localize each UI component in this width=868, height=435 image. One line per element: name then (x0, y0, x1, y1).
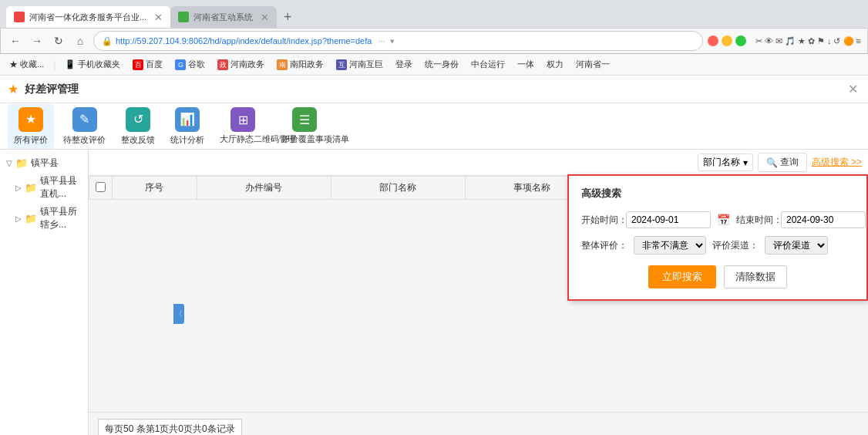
browser-actions: ✂ 👁 ✉ 🎵 ★ ✿ ⚑ ↓ ↺ 🟠 ≡ (708, 35, 861, 46)
start-time-input[interactable] (626, 211, 711, 228)
toolbar-all-eval[interactable]: ★ 所有评价 (8, 104, 54, 149)
main-content: ▽ 📁 镇平县 ▷ 📁 镇平县县直机... ▷ 📁 镇平县所辖乡... 部门名称 (0, 150, 868, 435)
scroll-tab[interactable]: 〈 (173, 304, 184, 324)
feedback-label: 整改反馈 (121, 134, 155, 146)
eval-channel-label: 评价渠道： (712, 239, 759, 252)
expand-icon-2: ▷ (15, 214, 22, 223)
table-area: 部门名称 ▾ 🔍 查询 高级搜索 >> 序号 办件编号 (89, 150, 868, 435)
sidebar-item-2[interactable]: ▷ 📁 镇平县所辖乡... (0, 203, 88, 234)
tab-inactive[interactable]: 河南省互动系统 ✕ (170, 6, 277, 28)
folder-icon-root: 📁 (15, 157, 28, 169)
bookmark-nanyang[interactable]: 南 南阳政务 (274, 57, 327, 72)
bookmark-henan[interactable]: 政 河南政务 (214, 57, 267, 72)
pagination-info: 每页50 条第1页共0页共0条记录 (98, 419, 242, 435)
bookmark-zhongtai[interactable]: 中台运行 (468, 57, 508, 72)
sidebar-item-label-2: 镇平县所辖乡... (40, 205, 82, 231)
dept-select-label: 部门名称 (703, 156, 740, 169)
toolbar: ★ 所有评价 ✎ 待整改评价 ↺ 整改反馈 📊 统计分析 ⊞ 大厅静态二维码管理… (0, 103, 868, 150)
start-time-label: 开始时间： (581, 214, 620, 227)
tab-close-1[interactable]: ✕ (154, 12, 163, 23)
new-tab-button[interactable]: + (277, 6, 298, 28)
bookmark-google[interactable]: G 谷歌 (172, 57, 208, 72)
all-eval-icon: ★ (19, 107, 43, 132)
sidebar-item-1[interactable]: ▷ 📁 镇平县县直机... (0, 172, 88, 203)
dept-dropdown-icon: ▾ (743, 157, 748, 168)
coverage-label: 评价覆盖事项清单 (281, 134, 328, 144)
bookmark-mobile[interactable]: 📱 手机收藏夹 (62, 57, 123, 72)
bookmark-login[interactable]: 登录 (392, 57, 415, 72)
app-title-bar: ★ 好差评管理 ✕ (0, 76, 868, 103)
search-button[interactable]: 🔍 查询 (758, 153, 807, 172)
bookmarks-bar: ★ 收藏... | 📱 手机收藏夹 百 百度 G 谷歌 政 河南政务 南 南阳政… (0, 54, 868, 76)
end-time-label: 结束时间： (736, 214, 775, 227)
panel-buttons: 立即搜索 清除数据 (581, 265, 854, 288)
tab-favicon-2 (178, 12, 189, 22)
tab-favicon-1 (14, 12, 25, 22)
select-all-checkbox[interactable] (96, 182, 106, 192)
dept-select[interactable]: 部门名称 ▾ (698, 153, 753, 171)
sidebar-item-root[interactable]: ▽ 📁 镇平县 (0, 154, 88, 172)
url-text: http://59.207.104.9:8062/hd/app/index/de… (116, 36, 372, 46)
end-time-input[interactable] (781, 211, 866, 228)
toolbar-stats[interactable]: 📊 统计分析 (164, 104, 210, 149)
bookmark-yiti[interactable]: 一体 (514, 57, 537, 72)
expand-icon-root: ▽ (6, 159, 12, 167)
toolbar-qrcode[interactable]: ⊞ 大厅静态二维码管理 (214, 104, 272, 147)
tab-active[interactable]: 河南省一体化政务服务平台业... ✕ (6, 6, 170, 28)
bookmark-baidu[interactable]: 百 百度 (130, 57, 166, 72)
tab-bar: 河南省一体化政务服务平台业... ✕ 河南省互动系统 ✕ + (0, 0, 868, 28)
stats-label: 统计分析 (170, 134, 204, 146)
tab-close-2[interactable]: ✕ (261, 12, 269, 23)
qrcode-icon: ⊞ (230, 107, 255, 132)
toolbar-feedback[interactable]: ↺ 整改反馈 (115, 104, 161, 149)
date-row: 开始时间： 📅 结束时间： 📅 (581, 211, 854, 228)
eval-channel-select[interactable]: 评价渠道 网上办理 窗口办理 自助终端 (765, 236, 828, 255)
col-seq: 序号 (113, 177, 197, 200)
start-calendar-icon[interactable]: 📅 (717, 214, 730, 226)
bookmark-henanhu[interactable]: 互 河南互巨 (333, 57, 386, 72)
back-button[interactable]: ← (7, 32, 24, 49)
bookmark-unified[interactable]: 统一身份 (422, 57, 462, 72)
expand-icon-1: ▷ (15, 184, 22, 192)
search-icon: 🔍 (766, 157, 778, 168)
folder-icon-2: 📁 (25, 213, 37, 224)
url-box[interactable]: 🔒 http://59.207.104.9:8062/hd/app/index/… (93, 31, 703, 51)
eval-row: 整体评价： 非常不满意 不满意 一般 满意 非常满意 评价渠道： 评价渠道 网上… (581, 236, 854, 255)
col-checkbox (89, 177, 113, 200)
pending-eval-icon: ✎ (72, 107, 97, 132)
win-max-btn[interactable] (735, 35, 746, 46)
overall-eval-select[interactable]: 非常不满意 不满意 一般 满意 非常满意 (634, 236, 706, 255)
bookmark-quanli[interactable]: 权力 (543, 57, 567, 72)
toolbar-coverage[interactable]: ☰ 评价覆盖事项清单 (275, 104, 334, 147)
app-close-button[interactable]: ✕ (845, 82, 860, 97)
sidebar-item-label-1: 镇平县县直机... (40, 174, 82, 201)
pagination-bar: 每页50 条第1页共0页共0条记录 (89, 412, 868, 435)
search-btn-label: 查询 (780, 156, 799, 169)
url-dots: ··· (378, 36, 385, 46)
bookmark-henansheng[interactable]: 河南省一 (573, 57, 613, 72)
home-button[interactable]: ⌂ (72, 32, 89, 49)
app-title: 好差评管理 (25, 83, 839, 96)
toolbar-pending-eval[interactable]: ✎ 待整改评价 (57, 104, 112, 149)
secure-icon: 🔒 (102, 36, 113, 46)
sidebar-root-label: 镇平县 (31, 157, 59, 170)
tab-label-1: 河南省一体化政务服务平台业... (29, 12, 146, 23)
sidebar: ▽ 📁 镇平县 ▷ 📁 镇平县县直机... ▷ 📁 镇平县所辖乡... (0, 150, 89, 435)
qrcode-label: 大厅静态二维码管理 (220, 134, 266, 144)
url-dropdown[interactable]: ▾ (390, 36, 395, 46)
stats-icon: 📊 (175, 107, 200, 132)
advanced-search-link[interactable]: 高级搜索 >> (812, 156, 862, 169)
panel-title: 高级搜索 (581, 187, 854, 201)
forward-button[interactable]: → (29, 32, 45, 49)
reload-button[interactable]: ↻ (50, 32, 67, 49)
search-now-button[interactable]: 立即搜索 (648, 265, 716, 288)
clear-data-button[interactable]: 清除数据 (724, 265, 787, 288)
feedback-icon: ↺ (126, 107, 150, 132)
win-min-btn[interactable] (722, 35, 732, 46)
extensions-area: ✂ 👁 ✉ 🎵 ★ ✿ ⚑ ↓ ↺ 🟠 ≡ (755, 36, 861, 46)
browser-chrome: 河南省一体化政务服务平台业... ✕ 河南省互动系统 ✕ + ← → ↻ ⌂ 🔒… (0, 0, 868, 76)
pending-eval-label: 待整改评价 (63, 134, 106, 146)
coverage-icon: ☰ (292, 107, 317, 132)
win-close-btn[interactable] (708, 35, 718, 46)
bookmark-star[interactable]: ★ 收藏... (6, 57, 47, 72)
